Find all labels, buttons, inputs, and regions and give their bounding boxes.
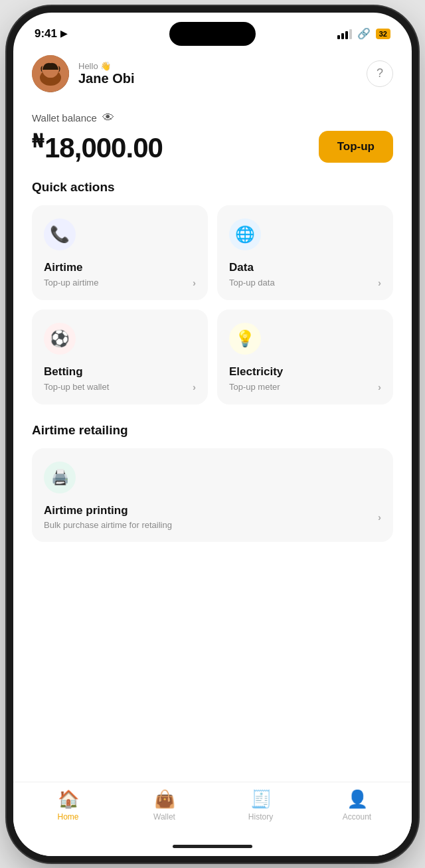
battery-badge: 32 <box>376 29 390 39</box>
airtime-icon: 📞 <box>50 225 70 244</box>
status-icons: 🔗 32 <box>337 27 390 40</box>
betting-subtitle: Top-up bet wallet <box>44 382 109 392</box>
account-nav-icon: 👤 <box>347 789 368 810</box>
nav-history[interactable]: 🧾 History <box>212 789 309 822</box>
electricity-title: Electricity <box>229 365 381 379</box>
dynamic-island <box>169 22 256 46</box>
airtime-card[interactable]: 📞 Airtime Top-up airtime › <box>32 205 208 300</box>
airtime-icon-wrap: 📞 <box>44 218 76 250</box>
wallet-nav-icon: 👜 <box>154 789 175 810</box>
printing-title: Airtime printing <box>44 504 172 517</box>
airtime-subtitle: Top-up airtime <box>44 278 98 288</box>
balance-row: ₦18,000.00 Top-up <box>32 130 393 164</box>
nav-account[interactable]: 👤 Account <box>309 789 405 822</box>
wallet-label: Wallet balance 👁 <box>32 111 393 125</box>
nav-home[interactable]: 🏠 Home <box>20 789 116 822</box>
quick-actions-title: Quick actions <box>32 180 393 195</box>
wallet-nav-label: Wallet <box>153 812 175 822</box>
electricity-sub-row: Top-up meter › <box>229 381 381 392</box>
wallet-section: Wallet balance 👁 ₦18,000.00 Top-up <box>32 111 393 164</box>
betting-icon-wrap: ⚽ <box>44 323 76 355</box>
airtime-retailing-section: Airtime retailing 🖨️ Airtime printing Bu… <box>32 423 393 542</box>
history-nav-label: History <box>248 812 273 822</box>
location-icon: ▶ <box>60 29 67 39</box>
electricity-icon-wrap: 💡 <box>229 323 261 355</box>
help-icon: ? <box>377 66 383 80</box>
signal-bar-4 <box>349 29 352 39</box>
quick-actions-grid: 📞 Airtime Top-up airtime › 🌐 Data To <box>32 205 393 404</box>
link-icon: 🔗 <box>357 27 371 40</box>
quick-actions-section: Quick actions 📞 Airtime Top-up airtime › <box>32 180 393 404</box>
user-name: Jane Obi <box>78 71 134 86</box>
airtime-chevron: › <box>193 277 196 288</box>
data-subtitle: Top-up data <box>229 278 275 288</box>
signal-bar-3 <box>345 31 348 39</box>
betting-title: Betting <box>44 365 196 379</box>
user-greeting-block: Hello 👋 Jane Obi <box>78 61 134 86</box>
data-icon-wrap: 🌐 <box>229 218 261 250</box>
data-card[interactable]: 🌐 Data Top-up data › <box>217 205 393 300</box>
user-info: Hello 👋 Jane Obi <box>32 55 134 92</box>
betting-sub-row: Top-up bet wallet › <box>44 381 196 392</box>
currency-symbol: ₦ <box>32 131 43 151</box>
betting-chevron: › <box>193 381 196 392</box>
home-bar <box>173 845 252 848</box>
electricity-subtitle: Top-up meter <box>229 382 280 392</box>
electricity-chevron: › <box>378 381 381 392</box>
time-display: 9:41 <box>35 27 57 41</box>
retailing-sub-row: Airtime printing Bulk purchase airtime f… <box>44 504 381 530</box>
status-time: 9:41 ▶ <box>35 27 67 41</box>
electricity-icon: 💡 <box>235 329 255 348</box>
data-sub-row: Top-up data › <box>229 277 381 288</box>
history-nav-icon: 🧾 <box>250 789 272 810</box>
header: Hello 👋 Jane Obi ? <box>32 50 393 92</box>
topup-button[interactable]: Top-up <box>319 131 393 163</box>
betting-card[interactable]: ⚽ Betting Top-up bet wallet › <box>32 309 208 404</box>
electricity-card[interactable]: 💡 Electricity Top-up meter › <box>217 309 393 404</box>
phone-shell: 9:41 ▶ 🔗 32 <box>13 13 412 856</box>
balance-amount: ₦18,000.00 <box>32 130 163 164</box>
signal-bars <box>337 29 352 39</box>
data-icon: 🌐 <box>235 225 255 244</box>
airtime-sub-row: Top-up airtime › <box>44 277 196 288</box>
nav-wallet[interactable]: 👜 Wallet <box>116 789 212 822</box>
signal-bar-1 <box>337 35 340 39</box>
airtime-printing-card[interactable]: 🖨️ Airtime printing Bulk purchase airtim… <box>32 448 393 542</box>
eye-icon[interactable]: 👁 <box>102 111 114 125</box>
print-icon: 🖨️ <box>51 469 69 486</box>
home-nav-icon: 🏠 <box>58 789 79 810</box>
betting-icon: ⚽ <box>50 329 70 348</box>
avatar <box>32 55 69 92</box>
help-button[interactable]: ? <box>367 60 393 87</box>
account-nav-label: Account <box>343 812 371 822</box>
retailing-text-block: Airtime printing Bulk purchase airtime f… <box>44 504 172 530</box>
home-nav-label: Home <box>57 812 78 822</box>
print-icon-wrap: 🖨️ <box>44 462 76 493</box>
data-chevron: › <box>378 277 381 288</box>
bottom-nav: 🏠 Home 👜 Wallet 🧾 History 👤 Account <box>13 782 412 837</box>
airtime-retailing-title: Airtime retailing <box>32 423 393 438</box>
airtime-title: Airtime <box>44 261 196 274</box>
printing-subtitle: Bulk purchase airtime for retailing <box>44 520 172 530</box>
signal-bar-2 <box>341 33 344 39</box>
wallet-label-text: Wallet balance <box>32 112 97 124</box>
home-indicator <box>13 837 412 856</box>
data-title: Data <box>229 261 381 274</box>
greeting-text: Hello 👋 <box>78 61 134 71</box>
amount-value: 18,000.00 <box>44 132 163 163</box>
content-area: Hello 👋 Jane Obi ? Wallet balance 👁 ₦18,… <box>13 50 412 782</box>
printing-chevron: › <box>378 511 381 523</box>
